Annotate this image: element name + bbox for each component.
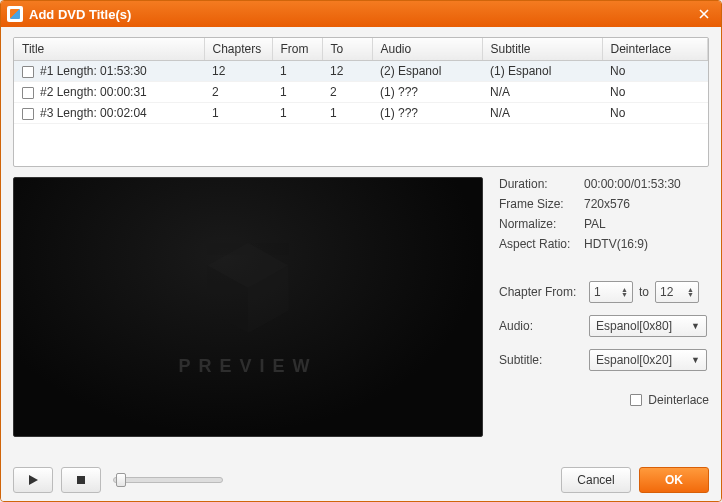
table-cell: 1 — [272, 82, 322, 103]
chapter-from-value: 1 — [594, 285, 601, 299]
duration-value: 00:00:00/01:53:30 — [584, 177, 681, 191]
play-button[interactable] — [13, 467, 53, 493]
audio-label: Audio: — [499, 319, 589, 333]
stop-icon — [76, 475, 86, 485]
chapter-to-value: 12 — [660, 285, 673, 299]
chapter-from-spinner[interactable]: 1 ▲▼ — [589, 281, 633, 303]
normalize-label: Normalize: — [499, 217, 584, 231]
framesize-label: Frame Size: — [499, 197, 584, 211]
audio-select-value: Espanol[0x80] — [596, 319, 672, 333]
table-cell: 12 — [322, 61, 372, 82]
ok-button[interactable]: OK — [639, 467, 709, 493]
table-cell: 12 — [204, 61, 272, 82]
col-title[interactable]: Title — [14, 38, 204, 61]
table-cell: No — [602, 103, 708, 124]
spinner-arrows-icon: ▲▼ — [687, 287, 694, 297]
seek-slider[interactable] — [113, 477, 223, 483]
table-row[interactable]: #3 Length: 00:02:04111(1) ???N/ANo — [14, 103, 708, 124]
table-cell: (1) Espanol — [482, 61, 602, 82]
col-audio[interactable]: Audio — [372, 38, 482, 61]
table-cell: 1 — [322, 103, 372, 124]
close-button[interactable] — [693, 5, 715, 23]
content-area: Title Chapters From To Audio Subtitle De… — [1, 27, 721, 501]
window-title: Add DVD Title(s) — [29, 7, 693, 22]
titles-table[interactable]: Title Chapters From To Audio Subtitle De… — [13, 37, 709, 167]
deinterlace-label: Deinterlace — [648, 393, 709, 407]
normalize-value: PAL — [584, 217, 606, 231]
stop-button[interactable] — [61, 467, 101, 493]
subtitle-select[interactable]: Espanol[0x20] ▼ — [589, 349, 707, 371]
chapter-to-spinner[interactable]: 12 ▲▼ — [655, 281, 699, 303]
titlebar[interactable]: Add DVD Title(s) — [1, 1, 721, 27]
row-checkbox[interactable] — [22, 66, 34, 78]
table-header-row: Title Chapters From To Audio Subtitle De… — [14, 38, 708, 61]
col-from[interactable]: From — [272, 38, 322, 61]
table-cell: 2 — [204, 82, 272, 103]
preview-cube-icon — [203, 238, 293, 338]
dialog-add-dvd-titles: Add DVD Title(s) Title Chapters From To … — [0, 0, 722, 502]
table-cell: 1 — [272, 61, 322, 82]
deinterlace-checkbox[interactable] — [630, 394, 642, 406]
cancel-button[interactable]: Cancel — [561, 467, 631, 493]
slider-thumb[interactable] — [116, 473, 126, 487]
ok-button-label: OK — [665, 473, 683, 487]
svg-marker-3 — [29, 475, 38, 485]
col-subtitle[interactable]: Subtitle — [482, 38, 602, 61]
to-label: to — [639, 285, 649, 299]
preview-pane[interactable]: PREVIEW — [13, 177, 483, 437]
table-cell: No — [602, 82, 708, 103]
app-icon — [7, 6, 23, 22]
col-to[interactable]: To — [322, 38, 372, 61]
table-cell: #2 Length: 00:00:31 — [14, 82, 204, 103]
chevron-down-icon: ▼ — [691, 355, 700, 365]
subtitle-select-value: Espanol[0x20] — [596, 353, 672, 367]
table-cell: No — [602, 61, 708, 82]
cancel-button-label: Cancel — [577, 473, 614, 487]
table-cell: N/A — [482, 103, 602, 124]
table-cell: #1 Length: 01:53:30 — [14, 61, 204, 82]
aspect-value: HDTV(16:9) — [584, 237, 648, 251]
audio-select[interactable]: Espanol[0x80] ▼ — [589, 315, 707, 337]
table-row[interactable]: #2 Length: 00:00:31212(1) ???N/ANo — [14, 82, 708, 103]
table-cell: #3 Length: 00:02:04 — [14, 103, 204, 124]
chapter-from-label: Chapter From: — [499, 285, 589, 299]
play-icon — [27, 474, 39, 486]
table-row[interactable]: #1 Length: 01:53:3012112(2) Espanol(1) E… — [14, 61, 708, 82]
svg-rect-4 — [77, 476, 85, 484]
chevron-down-icon: ▼ — [691, 321, 700, 331]
col-deinterlace[interactable]: Deinterlace — [602, 38, 708, 61]
subtitle-label: Subtitle: — [499, 353, 589, 367]
aspect-label: Aspect Ratio: — [499, 237, 584, 251]
row-checkbox[interactable] — [22, 108, 34, 120]
table-cell: (1) ??? — [372, 103, 482, 124]
info-panel: Duration:00:00:00/01:53:30 Frame Size:72… — [499, 177, 709, 459]
table-cell: 2 — [322, 82, 372, 103]
duration-label: Duration: — [499, 177, 584, 191]
table-cell: 1 — [272, 103, 322, 124]
bottom-controls: Cancel OK — [13, 467, 709, 493]
table-cell: (1) ??? — [372, 82, 482, 103]
close-icon — [699, 9, 709, 19]
col-chapters[interactable]: Chapters — [204, 38, 272, 61]
row-checkbox[interactable] — [22, 87, 34, 99]
table-cell: 1 — [204, 103, 272, 124]
preview-label: PREVIEW — [178, 356, 317, 377]
table-cell: N/A — [482, 82, 602, 103]
framesize-value: 720x576 — [584, 197, 630, 211]
table-cell: (2) Espanol — [372, 61, 482, 82]
spinner-arrows-icon: ▲▼ — [621, 287, 628, 297]
